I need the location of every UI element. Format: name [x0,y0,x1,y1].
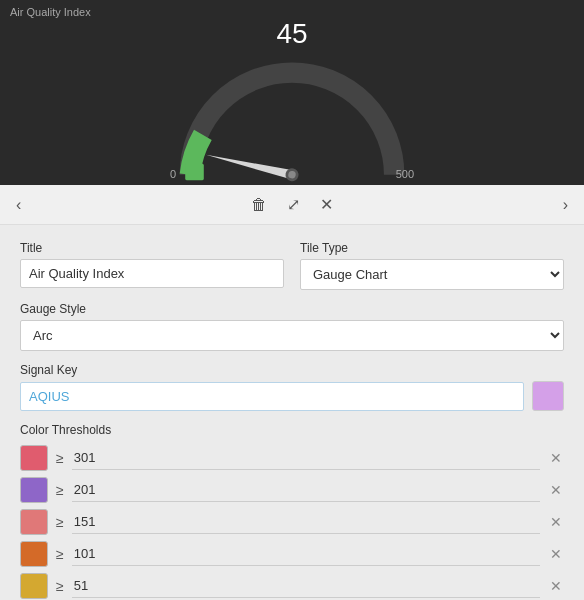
title-label: Title [20,241,284,255]
title-group: Title [20,241,284,290]
gauge-panel: Air Quality Index 45 0 500 [0,0,584,185]
color-thresholds-section: Color Thresholds ≥ ✕ ≥ ✕ ≥ ✕ ≥ ✕ ≥ ✕ [20,423,564,600]
threshold-remove-button[interactable]: ✕ [548,480,564,500]
title-input[interactable] [20,259,284,288]
toolbar-left: ‹ [12,194,25,216]
gauge-svg [162,54,422,184]
gauge-panel-title: Air Quality Index [10,6,91,18]
back-button[interactable]: ‹ [12,194,25,216]
gauge-container: 0 500 [162,54,422,184]
forward-button[interactable]: › [559,194,572,216]
threshold-gte-symbol: ≥ [56,546,64,562]
title-tiletype-row: Title Tile Type Gauge Chart Line Chart B… [20,241,564,290]
threshold-row: ≥ ✕ [20,509,564,535]
threshold-remove-button[interactable]: ✕ [548,576,564,596]
threshold-value-input[interactable] [72,446,540,470]
gauge-min-label: 0 [170,168,176,180]
signal-key-label: Signal Key [20,363,564,377]
tile-type-select[interactable]: Gauge Chart Line Chart Bar Chart [300,259,564,290]
threshold-remove-button[interactable]: ✕ [548,448,564,468]
threshold-value-input[interactable] [72,542,540,566]
threshold-color-swatch[interactable] [20,573,48,599]
tile-type-label: Tile Type [300,241,564,255]
signal-key-section: Signal Key [20,363,564,411]
threshold-value-input[interactable] [72,574,540,598]
gauge-value: 45 [276,18,307,50]
gauge-style-select[interactable]: Arc Angular [20,320,564,351]
expand-button[interactable]: ⤢ [283,193,304,216]
threshold-gte-symbol: ≥ [56,578,64,594]
gauge-max-label: 500 [396,168,414,180]
threshold-color-swatch[interactable] [20,477,48,503]
thresholds-container: ≥ ✕ ≥ ✕ ≥ ✕ ≥ ✕ ≥ ✕ ≥ ✕ [20,445,564,600]
threshold-row: ≥ ✕ [20,541,564,567]
threshold-row: ≥ ✕ [20,445,564,471]
toolbar-right: › [559,194,572,216]
threshold-remove-button[interactable]: ✕ [548,512,564,532]
signal-key-row [20,381,564,411]
signal-key-color-swatch[interactable] [532,381,564,411]
toolbar: ‹ 🗑 ⤢ ✕ › [0,185,584,225]
threshold-row: ≥ ✕ [20,573,564,599]
close-button[interactable]: ✕ [316,193,337,216]
threshold-gte-symbol: ≥ [56,482,64,498]
gauge-style-row: Gauge Style Arc Angular [20,302,564,351]
delete-button[interactable]: 🗑 [247,194,271,216]
threshold-color-swatch[interactable] [20,509,48,535]
threshold-gte-symbol: ≥ [56,514,64,530]
threshold-remove-button[interactable]: ✕ [548,544,564,564]
gauge-style-label: Gauge Style [20,302,564,316]
toolbar-center: 🗑 ⤢ ✕ [247,193,337,216]
threshold-value-input[interactable] [72,478,540,502]
threshold-color-swatch[interactable] [20,445,48,471]
settings-panel: Title Tile Type Gauge Chart Line Chart B… [0,225,584,600]
gauge-style-group: Gauge Style Arc Angular [20,302,564,351]
threshold-value-input[interactable] [72,510,540,534]
tile-type-group: Tile Type Gauge Chart Line Chart Bar Cha… [300,241,564,290]
threshold-gte-symbol: ≥ [56,450,64,466]
color-thresholds-label: Color Thresholds [20,423,564,437]
threshold-row: ≥ ✕ [20,477,564,503]
signal-key-input[interactable] [20,382,524,411]
gauge-labels: 0 500 [162,168,422,180]
threshold-color-swatch[interactable] [20,541,48,567]
